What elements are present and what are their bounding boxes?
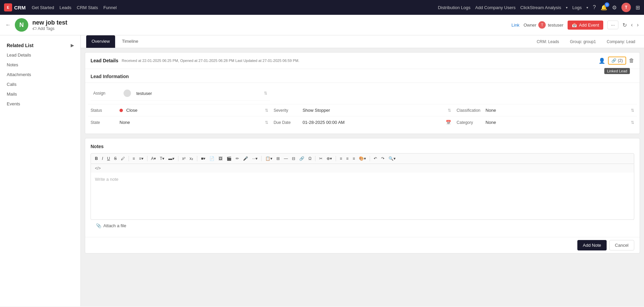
tab-timeline[interactable]: Timeline xyxy=(116,35,144,48)
state-dropdown-icon[interactable]: ⇅ xyxy=(265,120,268,125)
linked-lead-button[interactable]: 🔗 (2) xyxy=(608,57,626,65)
cancel-button[interactable]: Cancel xyxy=(609,240,634,250)
scissors-button[interactable]: ✂ xyxy=(318,156,324,162)
apps-icon[interactable]: ⊞ xyxy=(636,4,640,11)
notes-editor[interactable]: Write a note xyxy=(91,173,634,220)
state-label: State xyxy=(91,120,117,125)
add-tags-button[interactable]: 🏷 Add Tags xyxy=(32,26,67,31)
assign-value: testuser xyxy=(136,91,261,96)
bold-button[interactable]: B xyxy=(94,156,99,162)
add-event-button[interactable]: 📅 Add Event xyxy=(568,21,603,30)
merge-button[interactable]: ⊕▾ xyxy=(325,156,333,162)
edit-button[interactable]: ✏ xyxy=(234,156,240,162)
nav-funnel[interactable]: Funnel xyxy=(103,5,117,10)
breadcrumb-group: Group: group1 xyxy=(567,37,599,46)
redo-button[interactable]: ↷ xyxy=(380,156,386,162)
logo[interactable]: E CRM xyxy=(4,3,26,11)
category-dropdown-icon[interactable]: ⇅ xyxy=(631,120,634,125)
font-color-button[interactable]: A▾ xyxy=(150,156,157,162)
prev-button[interactable]: ‹ xyxy=(631,22,633,28)
video-button[interactable]: 🎬 xyxy=(225,156,233,162)
sidebar-item-attachments[interactable]: Attachments xyxy=(0,70,80,79)
status-dropdown-icon[interactable]: ⇅ xyxy=(265,108,268,113)
delete-button[interactable]: 🗑 xyxy=(629,58,634,64)
zoom-button[interactable]: 🔍▾ xyxy=(387,156,397,162)
audio-button[interactable]: 🎤 xyxy=(242,156,249,162)
separator-7 xyxy=(336,156,336,161)
nav-crm-stats[interactable]: CRM Stats xyxy=(77,5,98,10)
add-note-button[interactable]: Add Note xyxy=(577,240,606,250)
notifications-wrap[interactable]: 🔔 0 xyxy=(601,4,607,11)
strikethrough-button[interactable]: S xyxy=(113,156,118,162)
sidebar-item-mails[interactable]: Mails xyxy=(0,89,80,99)
clipboard-button[interactable]: 📋▾ xyxy=(264,156,274,162)
help-icon[interactable]: ? xyxy=(593,4,596,10)
unordered-list-button[interactable]: ≡ xyxy=(131,156,136,162)
notification-badge: 0 xyxy=(605,2,609,7)
sidebar-item-lead-details[interactable]: Lead Details xyxy=(0,50,80,60)
breadcrumb-crm: CRM: Leads xyxy=(533,37,563,46)
font-family-button[interactable]: ▬▾ xyxy=(167,156,176,162)
clickstream-dropdown-icon[interactable]: ▾ xyxy=(566,6,568,9)
linked-lead-tooltip: Linked Lead xyxy=(604,68,630,74)
nav-clickstream[interactable]: ClickStream Analysis xyxy=(520,5,561,10)
table-button[interactable]: ⊞ xyxy=(275,156,281,162)
assign-user-icon[interactable]: 👤 xyxy=(599,58,605,64)
more-toolbar-button[interactable]: ···▾ xyxy=(251,156,259,162)
sidebar-item-events[interactable]: Events xyxy=(0,99,80,109)
sidebar-toggle-icon[interactable]: ▶ xyxy=(71,43,74,48)
sidebar-item-calls[interactable]: Calls xyxy=(0,79,80,89)
align-right-button[interactable]: ≡ xyxy=(351,156,356,162)
next-button[interactable]: › xyxy=(637,22,639,28)
nav-get-started[interactable]: Get Started xyxy=(32,5,54,10)
link-button[interactable]: 🔗 xyxy=(298,156,306,162)
page-header: ← N new job test 🏷 Add Tags Link Owner T… xyxy=(0,15,644,35)
ordered-list-button[interactable]: ≡▾ xyxy=(138,156,145,162)
undo-button[interactable]: ↶ xyxy=(372,156,378,162)
hr-button[interactable]: — xyxy=(282,156,289,162)
attach-file-button[interactable]: 📎 Attach a file xyxy=(91,220,634,232)
nav-add-company-users[interactable]: Add Company Users xyxy=(475,5,516,10)
underline-button[interactable]: U xyxy=(106,156,111,162)
more-options-button[interactable]: ··· xyxy=(607,21,619,29)
subscript-button[interactable]: x₂ xyxy=(188,156,195,162)
image-button[interactable]: 🖼 xyxy=(217,156,224,162)
superscript-button[interactable]: x² xyxy=(181,156,187,162)
severity-dropdown-icon[interactable]: ⇅ xyxy=(448,108,451,113)
separator-2 xyxy=(147,156,147,161)
color-picker-button[interactable]: 🎨▾ xyxy=(358,156,367,162)
special-chars-button[interactable]: Ω xyxy=(307,156,313,162)
attachment-button[interactable]: 📄 xyxy=(208,156,216,162)
pen-button[interactable]: 🖊 xyxy=(120,156,126,162)
logo-text: CRM xyxy=(14,5,26,10)
owner-name: testuser xyxy=(548,23,563,28)
separator-8 xyxy=(370,156,370,161)
refresh-button[interactable]: ↻ xyxy=(622,22,627,28)
table2-button[interactable]: ⊟ xyxy=(291,156,297,162)
align-left-button[interactable]: ≡ xyxy=(338,156,343,162)
settings-icon[interactable]: ⚙ xyxy=(612,4,617,11)
align-center-button[interactable]: ≡ xyxy=(345,156,350,162)
title-wrap: new job test 🏷 Add Tags xyxy=(32,19,67,31)
font-size-button[interactable]: T▾ xyxy=(159,156,166,162)
notes-section: Notes B I U S 🖊 ≡ ≡▾ A▾ T▾ ▬▾ x² xyxy=(85,138,640,237)
italic-button[interactable]: I xyxy=(101,156,104,162)
back-button[interactable]: ← xyxy=(5,22,11,28)
classification-dropdown-icon[interactable]: ⇅ xyxy=(631,108,634,113)
nav-distribution-logs[interactable]: Distribution Logs xyxy=(438,5,471,10)
link-button[interactable]: Link xyxy=(511,23,519,28)
nav-leads[interactable]: Leads xyxy=(60,5,71,10)
user-avatar[interactable]: T xyxy=(621,3,631,12)
classification-label: Classification xyxy=(456,108,483,113)
sidebar-item-notes[interactable]: Notes xyxy=(0,60,80,70)
classification-value: None xyxy=(485,108,629,113)
breadcrumb-company: Company: Lead xyxy=(603,37,639,46)
nav-logs[interactable]: Logs xyxy=(572,5,582,10)
logs-dropdown-icon[interactable]: ▾ xyxy=(586,6,588,9)
owner-wrap: Owner T testuser xyxy=(523,21,564,29)
due-date-calendar-icon[interactable]: 📅 xyxy=(446,120,451,125)
highlight-button[interactable]: ■▾ xyxy=(200,156,207,162)
tab-overview[interactable]: Overview xyxy=(86,35,115,48)
assign-dropdown-icon[interactable]: ⇅ xyxy=(264,91,267,96)
tabs-bar: Overview Timeline CRM: Leads Group: grou… xyxy=(81,35,644,48)
